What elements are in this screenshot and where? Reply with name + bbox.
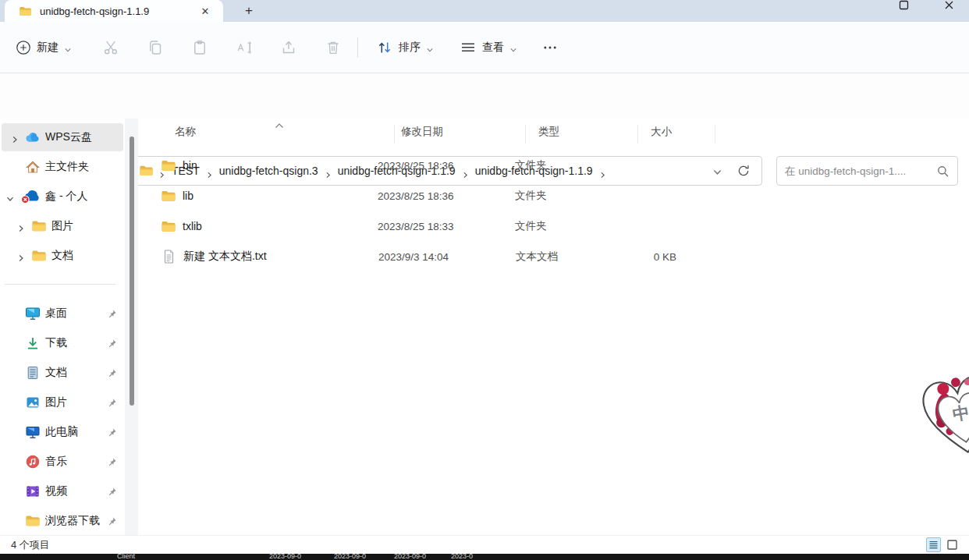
video-icon — [25, 484, 41, 498]
paste-button[interactable] — [189, 37, 211, 58]
chevron-down-icon[interactable] — [6, 193, 14, 200]
text-file-icon — [163, 250, 175, 264]
sidebar-item-label: 文档 — [51, 249, 123, 263]
background-text-fragment: Client — [117, 554, 135, 560]
delete-icon — [325, 39, 342, 56]
share-button[interactable] — [278, 37, 300, 58]
file-type: 文件夹 — [515, 158, 616, 172]
column-separator[interactable] — [637, 125, 638, 144]
sidebar-item-desktop[interactable]: 桌面 — [2, 299, 123, 328]
sidebar-item-label: 文档 — [45, 366, 107, 380]
file-row-text-document[interactable]: 新建 文本文档.txt 2023/9/3 14:04 文本文档 0 KB — [144, 242, 721, 271]
wps-cloud-icon — [25, 130, 41, 144]
folder-icon — [31, 249, 47, 263]
file-row-lib[interactable]: lib 2023/8/25 18:36 文件夹 — [144, 181, 721, 211]
explorer-tab[interactable]: unidbg-fetch-qsign-1.1.9 ✕ — [5, 0, 223, 22]
column-separator[interactable] — [525, 125, 526, 144]
file-row-txlib[interactable]: txlib 2023/8/25 18:33 文件夹 — [144, 211, 721, 241]
sidebar-scrollbar-thumb[interactable] — [130, 136, 134, 406]
sidebar-item-videos[interactable]: 视频 — [2, 477, 123, 505]
command-toolbar: 新建 排序 查看 — [0, 22, 969, 73]
sidebar-item-label: 图片 — [51, 219, 123, 233]
maximize-button[interactable] — [888, 0, 919, 10]
cut-button[interactable] — [100, 37, 122, 58]
heart-sticker-image: 中 — [920, 371, 969, 470]
sidebar-item-browser-downloads[interactable]: 浏览器下载 — [2, 507, 123, 535]
sidebar-item-this-pc[interactable]: 此电脑 — [2, 418, 123, 446]
pin-icon — [107, 487, 117, 497]
column-header-size[interactable]: 大小 — [651, 125, 672, 139]
new-button-label: 新建 — [37, 41, 59, 55]
sidebar-item-wps-cloud[interactable]: WPS云盘 — [2, 123, 123, 151]
search-icon[interactable] — [936, 165, 949, 178]
sidebar-item-documents-tree[interactable]: 文档 — [2, 242, 123, 270]
file-date: 2023/8/25 18:33 — [378, 221, 515, 232]
search-box[interactable] — [776, 156, 958, 186]
large-icons-view-toggle[interactable] — [945, 537, 960, 552]
file-type: 文件夹 — [515, 219, 616, 233]
file-explorer-window: unidbg-fetch-qsign-1.1.9 ✕ + 新建 排序 — [0, 0, 969, 560]
folder-icon — [161, 159, 176, 172]
background-text-fragment: 2023-09-0 — [269, 554, 301, 560]
sticker-glyph: 中 — [951, 402, 969, 424]
sidebar-item-home[interactable]: 主文件夹 — [2, 153, 123, 181]
pin-icon — [107, 368, 117, 378]
column-header-date[interactable]: 修改日期 — [401, 125, 443, 139]
sidebar-item-pictures[interactable]: 图片 — [2, 388, 123, 416]
chevron-right-icon[interactable] — [11, 133, 19, 141]
column-header-type[interactable]: 类型 — [538, 125, 559, 139]
onedrive-error-icon — [20, 190, 41, 204]
delete-button[interactable] — [322, 37, 344, 58]
file-name: lib — [183, 190, 378, 202]
sidebar-item-downloads[interactable]: 下载 — [2, 329, 123, 357]
sort-button-label: 排序 — [399, 41, 421, 55]
new-tab-button[interactable]: + — [239, 2, 259, 20]
chevron-down-icon — [509, 44, 517, 51]
refresh-icon[interactable] — [737, 164, 751, 178]
sidebar-item-pictures-tree[interactable]: 图片 — [2, 212, 123, 240]
sidebar-item-label: 鑫 - 个人 — [45, 190, 123, 204]
chevron-down-icon — [426, 44, 434, 51]
tab-close-icon[interactable]: ✕ — [195, 3, 215, 19]
pin-icon — [107, 338, 117, 349]
share-icon — [280, 39, 297, 56]
tab-title: unidbg-fetch-qsign-1.1.9 — [40, 5, 195, 17]
close-window-button[interactable] — [933, 0, 964, 10]
folder-icon — [31, 219, 47, 233]
pin-icon — [107, 309, 117, 319]
column-header-name[interactable]: 名称 — [175, 125, 196, 139]
more-options-button[interactable] — [539, 37, 561, 58]
file-date: 2023/9/3 14:04 — [378, 251, 516, 263]
sidebar-item-music[interactable]: 音乐 — [2, 448, 123, 476]
chevron-right-icon[interactable] — [17, 222, 25, 230]
view-button[interactable]: 查看 — [455, 35, 522, 60]
sidebar-item-onedrive-personal[interactable]: 鑫 - 个人 — [2, 183, 123, 211]
items-count: 4 个项目 — [11, 538, 50, 552]
file-type: 文件夹 — [515, 189, 616, 203]
file-row-bin[interactable]: bin 2023/8/25 18:36 文件夹 — [144, 151, 721, 180]
sidebar-item-documents[interactable]: 文档 — [2, 359, 123, 387]
paste-icon — [191, 39, 208, 56]
sort-arrows-icon — [376, 39, 393, 56]
home-icon — [25, 160, 41, 174]
view-button-label: 查看 — [482, 41, 504, 55]
column-separator[interactable] — [715, 125, 715, 144]
new-button[interactable]: 新建 — [11, 35, 76, 60]
search-input[interactable] — [785, 165, 936, 177]
navigation-row: TEST unidbg-fetch-qsign.3 unidbg-fetch-q… — [0, 73, 969, 119]
copy-icon — [147, 39, 164, 56]
rename-icon — [236, 39, 253, 56]
background-text-fragment: 2023-09-0 — [334, 554, 366, 560]
tab-bar: unidbg-fetch-qsign-1.1.9 ✕ + — [0, 0, 969, 22]
plus-circle-icon — [16, 40, 31, 55]
sort-button[interactable]: 排序 — [371, 35, 438, 60]
rename-button[interactable] — [233, 37, 255, 58]
copy-button[interactable] — [144, 37, 166, 58]
chevron-right-icon[interactable] — [17, 252, 25, 260]
status-bar: 4 个项目 — [0, 535, 969, 554]
ellipsis-icon — [541, 39, 559, 56]
details-view-toggle[interactable] — [926, 537, 941, 552]
sidebar-item-label: 音乐 — [45, 455, 107, 469]
sort-ascending-caret-icon — [275, 118, 284, 124]
column-separator[interactable] — [394, 125, 395, 144]
